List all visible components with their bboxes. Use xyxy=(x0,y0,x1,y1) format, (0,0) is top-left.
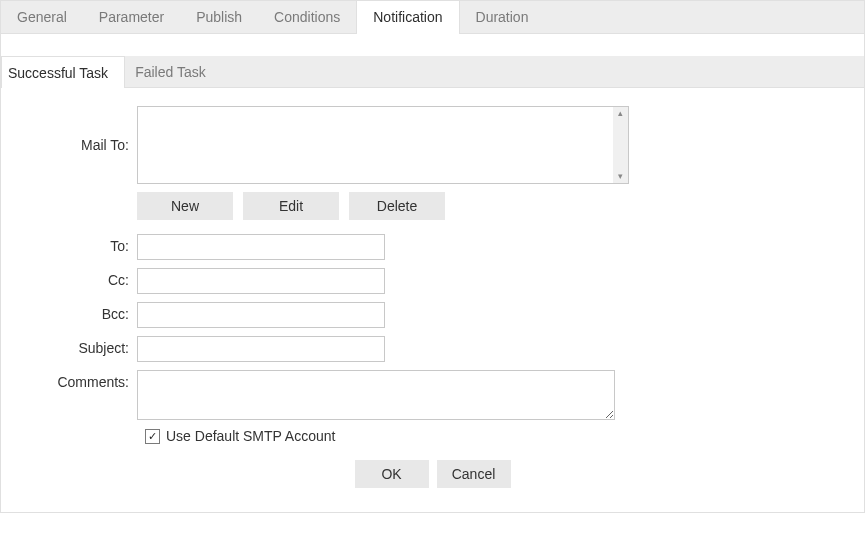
to-input[interactable] xyxy=(137,234,385,260)
smtp-row: ✓ Use Default SMTP Account xyxy=(145,428,854,444)
tab-general[interactable]: General xyxy=(1,1,83,33)
notification-dialog: General Parameter Publish Conditions Not… xyxy=(0,0,865,513)
comments-textarea[interactable] xyxy=(137,370,615,420)
subtab-failed-task[interactable]: Failed Task xyxy=(125,56,222,87)
tab-conditions[interactable]: Conditions xyxy=(258,1,356,33)
cc-label: Cc: xyxy=(11,268,137,288)
mail-to-button-row: New Edit Delete xyxy=(137,192,854,220)
comments-label: Comments: xyxy=(11,370,137,390)
scroll-up-icon[interactable]: ▴ xyxy=(618,109,623,118)
mail-to-scrollbar[interactable]: ▴ ▾ xyxy=(613,107,628,183)
ok-button[interactable]: OK xyxy=(355,460,429,488)
scroll-down-icon[interactable]: ▾ xyxy=(618,172,623,181)
subject-label: Subject: xyxy=(11,336,137,356)
subject-input[interactable] xyxy=(137,336,385,362)
tab-notification[interactable]: Notification xyxy=(356,1,459,34)
to-label: To: xyxy=(11,234,137,254)
bcc-input[interactable] xyxy=(137,302,385,328)
tab-duration[interactable]: Duration xyxy=(460,1,545,33)
new-button[interactable]: New xyxy=(137,192,233,220)
mail-to-label: Mail To: xyxy=(11,137,137,153)
edit-button[interactable]: Edit xyxy=(243,192,339,220)
subtab-successful-task[interactable]: Successful Task xyxy=(1,56,125,88)
notification-form: Mail To: ▴ ▾ New Edit Delete To: Cc: Bcc… xyxy=(1,88,864,512)
mail-to-listbox[interactable]: ▴ ▾ xyxy=(137,106,629,184)
use-default-smtp-checkbox[interactable]: ✓ xyxy=(145,429,160,444)
cancel-button[interactable]: Cancel xyxy=(437,460,511,488)
cc-input[interactable] xyxy=(137,268,385,294)
bcc-label: Bcc: xyxy=(11,302,137,322)
tab-publish[interactable]: Publish xyxy=(180,1,258,33)
sub-tabstrip: Successful Task Failed Task xyxy=(1,56,864,88)
main-tabstrip: General Parameter Publish Conditions Not… xyxy=(1,1,864,34)
use-default-smtp-label: Use Default SMTP Account xyxy=(166,428,335,444)
delete-button[interactable]: Delete xyxy=(349,192,445,220)
tab-parameter[interactable]: Parameter xyxy=(83,1,180,33)
dialog-footer: OK Cancel xyxy=(11,460,854,502)
